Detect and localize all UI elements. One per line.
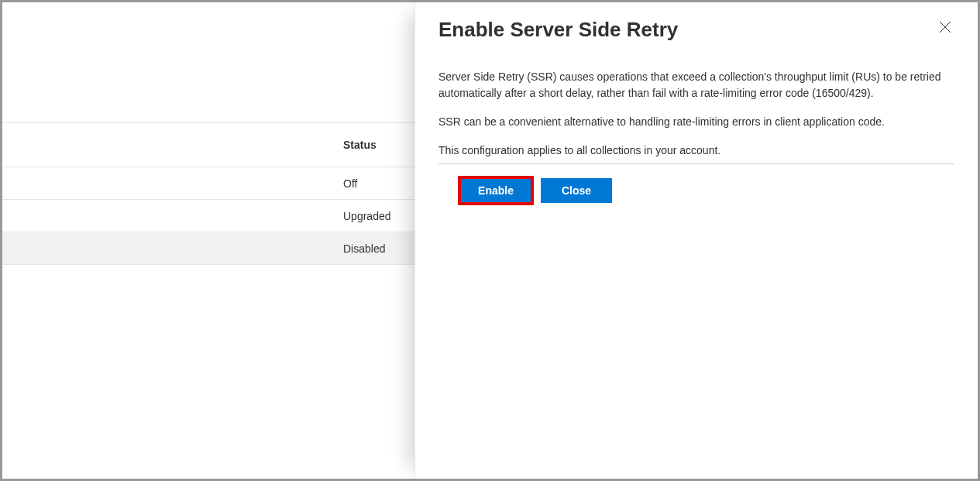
panel-description-1: Server Side Retry (SSR) causes operation… bbox=[438, 69, 954, 101]
column-header-status: Status bbox=[343, 139, 377, 151]
cell-status: Off bbox=[343, 177, 357, 190]
main-content: Status Off Upgraded Disabled bbox=[2, 2, 417, 479]
panel-divider bbox=[438, 163, 954, 164]
table-row[interactable]: Off bbox=[2, 167, 417, 200]
panel-description-2: SSR can be a convenient alternative to h… bbox=[438, 114, 954, 130]
table-row[interactable]: Disabled bbox=[2, 232, 417, 265]
button-row: Enable Close bbox=[438, 178, 954, 203]
cell-status: Disabled bbox=[343, 242, 385, 255]
close-icon[interactable] bbox=[936, 18, 954, 36]
cell-status: Upgraded bbox=[343, 210, 391, 222]
panel-body: Server Side Retry (SSR) causes operation… bbox=[438, 69, 954, 203]
enable-button[interactable]: Enable bbox=[460, 178, 531, 203]
panel-header: Enable Server Side Retry bbox=[438, 18, 954, 42]
table-header: Status bbox=[2, 122, 417, 167]
panel-description-3: This configuration applies to all collec… bbox=[438, 143, 954, 159]
panel-title: Enable Server Side Retry bbox=[438, 18, 678, 42]
close-button[interactable]: Close bbox=[541, 178, 612, 203]
side-panel: Enable Server Side Retry Server Side Ret… bbox=[414, 2, 978, 479]
table-row[interactable]: Upgraded bbox=[2, 200, 417, 232]
x-icon bbox=[939, 21, 951, 33]
